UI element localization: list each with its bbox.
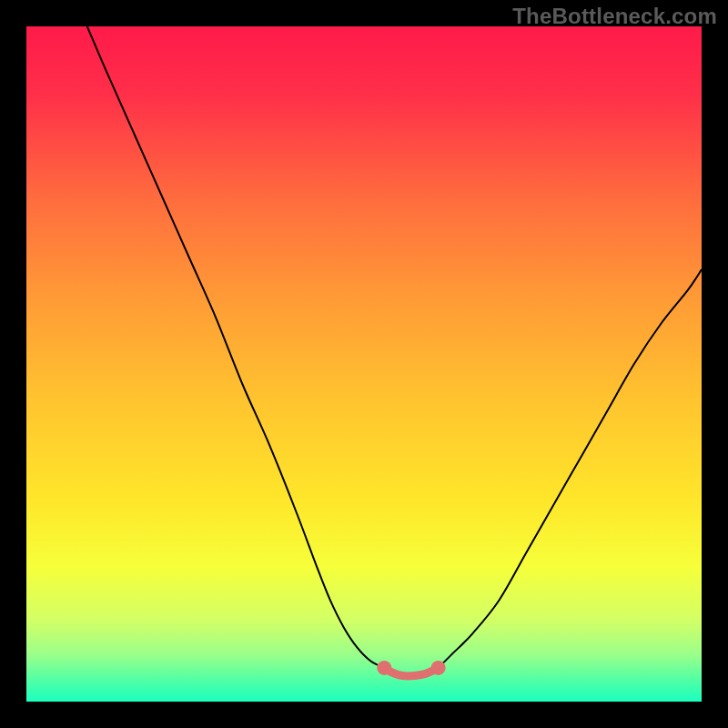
highlight-dot-right (431, 661, 446, 675)
chart-frame: TheBottleneck.com (0, 0, 728, 728)
highlight-dot-left (377, 661, 391, 675)
watermark-label: TheBottleneck.com (512, 4, 717, 29)
plot-area (26, 26, 702, 702)
chart-svg (26, 26, 702, 702)
gradient-background (26, 26, 702, 702)
